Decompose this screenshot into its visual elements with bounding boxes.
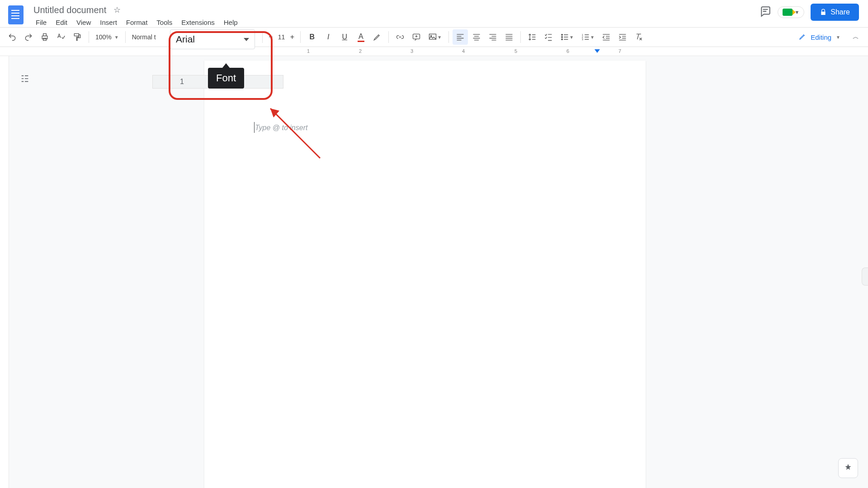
docs-icon [8, 5, 24, 24]
line-spacing-icon [528, 33, 537, 42]
print-button[interactable] [37, 29, 52, 45]
align-right-button[interactable] [485, 29, 500, 45]
collapse-toolbar-button[interactable]: ︿ [848, 33, 863, 41]
clear-formatting-button[interactable] [631, 29, 646, 45]
chevron-down-icon: ▼ [590, 35, 594, 40]
checklist-button[interactable] [541, 29, 556, 45]
svg-rect-3 [74, 34, 79, 36]
undo-icon [8, 33, 17, 42]
menu-insert[interactable]: Insert [96, 17, 121, 28]
right-margin-marker[interactable] [594, 49, 600, 53]
svg-point-8 [561, 37, 563, 38]
page-number: 1 [180, 78, 184, 86]
highlighter-icon [373, 33, 382, 42]
svg-rect-2 [43, 38, 47, 41]
document-outline-button[interactable] [18, 72, 32, 85]
editing-mode-select[interactable]: Editing ▼ [792, 30, 847, 45]
ruler-mark: 2 [359, 48, 362, 54]
style-value: Normal t [132, 33, 156, 41]
lock-icon [820, 9, 827, 16]
redo-button[interactable] [21, 29, 36, 45]
meet-button[interactable]: ▼ [778, 6, 804, 18]
document-page[interactable]: 1 Type @ to insert [204, 61, 646, 488]
font-size-increase[interactable]: + [288, 29, 297, 45]
outline-icon [20, 74, 30, 84]
spellcheck-button[interactable] [53, 29, 69, 45]
comments-button[interactable] [760, 5, 771, 19]
editing-mode-label: Editing [811, 33, 831, 41]
bullet-list-icon [560, 33, 569, 42]
font-size-value[interactable]: 11 [276, 33, 287, 41]
indent-increase-icon [618, 33, 627, 42]
print-icon [40, 33, 49, 42]
highlight-button[interactable] [369, 29, 385, 45]
align-justify-button[interactable] [501, 29, 517, 45]
dropdown-triangle-icon [244, 38, 249, 41]
side-panel-toggle[interactable] [862, 267, 868, 286]
text-color-button[interactable]: A [353, 29, 368, 45]
font-family-select[interactable]: Arial [170, 29, 255, 49]
redo-icon [24, 33, 33, 42]
star-icon[interactable]: ☆ [113, 5, 121, 15]
ruler-mark: 7 [618, 48, 621, 54]
insert-link-button[interactable] [392, 29, 408, 45]
separator [448, 31, 449, 43]
text-cursor [254, 122, 255, 133]
menu-view[interactable]: View [72, 17, 95, 28]
insert-image-button[interactable]: ▼ [425, 29, 445, 45]
increase-indent-button[interactable] [615, 29, 630, 45]
explore-button[interactable] [838, 458, 858, 478]
svg-point-9 [561, 39, 563, 40]
menu-file[interactable]: File [32, 17, 51, 28]
share-button[interactable]: Share [811, 4, 859, 21]
italic-button[interactable]: I [321, 29, 336, 45]
bulleted-list-button[interactable]: ▼ [557, 29, 577, 45]
chevron-down-icon: ▼ [114, 35, 119, 40]
clear-format-icon [634, 33, 643, 42]
font-tooltip: Font [208, 68, 244, 89]
bold-button[interactable]: B [304, 29, 320, 45]
menu-tools[interactable]: Tools [152, 17, 176, 28]
align-justify-icon [505, 33, 514, 42]
menu-bar: File Edit View Insert Format Tools Exten… [32, 17, 242, 28]
menu-edit[interactable]: Edit [52, 17, 71, 28]
line-spacing-button[interactable] [524, 29, 540, 45]
ruler-mark: 4 [462, 48, 465, 54]
numbered-list-icon: 123 [581, 33, 590, 42]
underline-button[interactable]: U [337, 29, 352, 45]
menu-format[interactable]: Format [122, 17, 152, 28]
numbered-list-button[interactable]: 123▼ [578, 29, 598, 45]
vertical-ruler[interactable] [0, 56, 9, 488]
insert-comment-button[interactable] [409, 29, 424, 45]
separator [520, 31, 521, 43]
font-size-decrease[interactable]: − [266, 29, 275, 45]
menu-help[interactable]: Help [220, 17, 242, 28]
align-left-button[interactable] [453, 29, 468, 45]
menu-extensions[interactable]: Extensions [177, 17, 218, 28]
document-title[interactable]: Untitled document [32, 5, 108, 15]
decrease-indent-button[interactable] [599, 29, 614, 45]
svg-text:3: 3 [582, 38, 583, 41]
ruler-mark: 3 [410, 48, 413, 54]
align-left-icon [456, 33, 465, 42]
image-icon [428, 33, 437, 42]
workspace: 1 2 3 4 5 6 7 1 Type @ to insert [0, 47, 868, 488]
svg-point-7 [561, 34, 563, 36]
horizontal-ruler[interactable]: 1 2 3 4 5 6 7 [0, 47, 868, 56]
zoom-select[interactable]: 100%▼ [93, 33, 122, 41]
pencil-icon [799, 33, 806, 40]
explore-icon [843, 463, 853, 473]
camera-icon [783, 9, 793, 16]
ruler-mark: 1 [307, 48, 310, 54]
align-center-button[interactable] [469, 29, 484, 45]
paint-format-button[interactable] [70, 29, 85, 45]
paragraph-style-select[interactable]: Normal t [129, 33, 167, 41]
docs-logo[interactable] [5, 4, 27, 26]
app-header: Untitled document ☆ File Edit View Inser… [0, 0, 868, 27]
link-icon [396, 33, 405, 42]
chevron-down-icon: ▼ [836, 35, 840, 40]
add-comment-icon [412, 33, 421, 42]
zoom-value: 100% [95, 33, 112, 41]
undo-button[interactable] [5, 29, 20, 45]
ruler-mark: 5 [514, 48, 517, 54]
